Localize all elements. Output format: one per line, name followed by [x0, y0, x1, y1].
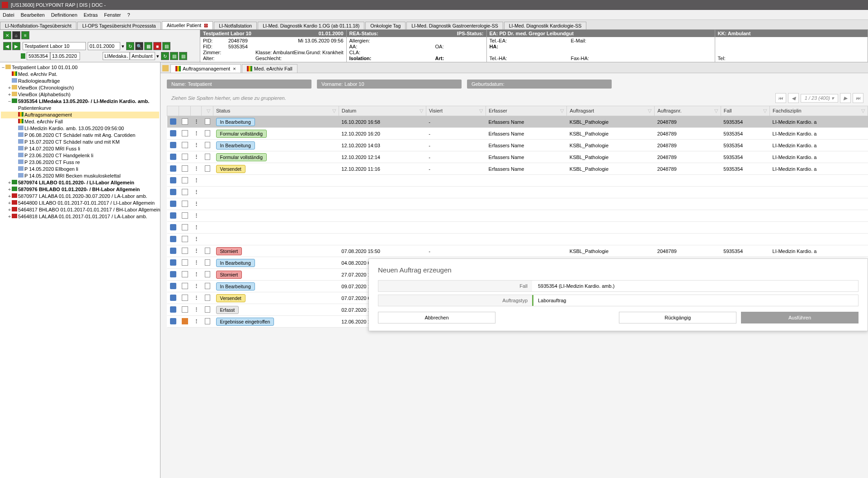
toolbar-icon[interactable]: ⌂: [12, 31, 20, 39]
toolbar-icon[interactable]: ▦: [144, 42, 152, 50]
table-row[interactable]: ⋮In Bearbeitung16.10.2020 16:58-Erfasser…: [167, 116, 868, 128]
main-tab[interactable]: LI-Notfallstation: [214, 22, 257, 29]
row-flag-icon[interactable]: [182, 283, 188, 289]
nav-prev-icon[interactable]: ◀: [3, 42, 11, 50]
close-icon[interactable]: ⊠: [204, 23, 208, 28]
tree-root[interactable]: Testpatient Labor 10 01.01.00: [12, 65, 78, 70]
row-menu-icon[interactable]: ⋮: [194, 260, 198, 265]
row-action-icon[interactable]: [170, 271, 176, 277]
document-icon[interactable]: [205, 118, 210, 125]
toolbar-icon[interactable]: ▤: [170, 52, 178, 60]
tree-node[interactable]: −5935354 LIMedaka 13.05.2020- / LI-Mediz…: [1, 98, 159, 105]
row-menu-icon[interactable]: ⋮: [194, 154, 198, 159]
row-flag-icon[interactable]: [182, 154, 188, 160]
pager-text[interactable]: 1 / 23 (400) ▾: [801, 94, 838, 103]
menu-datei[interactable]: Datei: [3, 12, 14, 18]
row-flag-icon[interactable]: [182, 130, 188, 136]
table-row[interactable]: ⋮Versendet12.10.2020 11:16-Erfassers Nam…: [167, 163, 868, 175]
tree-node[interactable]: +ViewBox (Alphabetisch): [1, 91, 159, 98]
row-menu-icon[interactable]: ⋮: [194, 248, 198, 253]
toolbar-icon[interactable]: ≡: [21, 31, 29, 39]
patient-name-input[interactable]: [23, 42, 86, 50]
tree-node[interactable]: +5464800 LILABO 01.01.2017-01.01.2017 / …: [1, 200, 159, 206]
toolbar-icon[interactable]: ■: [153, 42, 161, 50]
column-header[interactable]: Auftragsart▽: [567, 106, 655, 116]
row-menu-icon[interactable]: ⋮: [194, 295, 198, 300]
tree-node[interactable]: P 23.06.2020 CT Fuss re: [1, 159, 159, 166]
row-menu-icon[interactable]: ⋮: [194, 319, 198, 324]
main-tab[interactable]: LI-Med. Diagnostik Kardio 1.OG (ab 01.11…: [258, 22, 364, 29]
row-flag-icon[interactable]: [182, 259, 188, 266]
tree-node[interactable]: P 06.08.2020 CT Schädel nativ mit Ang. C…: [1, 132, 159, 139]
tree-node[interactable]: P 14.05.2020 Ellbogen li: [1, 166, 159, 173]
table-row[interactable]: ⋮Formular vollständig12.10.2020 12:14-Er…: [167, 151, 868, 163]
dialog-typ-value[interactable]: Laborauftrag: [532, 295, 858, 306]
row-flag-icon[interactable]: [182, 248, 188, 254]
submit-button[interactable]: Ausführen: [741, 312, 859, 323]
table-row[interactable]: ⋮Storniert07.08.2020 15:50-KSBL_Patholog…: [167, 245, 868, 257]
cancel-button[interactable]: Abbrechen: [378, 312, 495, 323]
main-tab[interactable]: Aktueller Patient⊠: [162, 21, 213, 29]
nav-next-icon[interactable]: ▶: [12, 42, 20, 50]
tree-node[interactable]: P 15.07.2020 CT Schädel nativ und mit KM: [1, 139, 159, 145]
tab-earchiv[interactable]: Med. eArchiv Fall: [242, 64, 297, 73]
main-tab[interactable]: LI-Med. Diagnostik Kardiologie-SS: [504, 22, 587, 29]
row-action-icon[interactable]: [170, 295, 176, 301]
row-menu-icon[interactable]: ⋮: [194, 272, 198, 277]
row-flag-icon[interactable]: [182, 142, 188, 148]
row-action-icon[interactable]: [170, 306, 176, 313]
location-input[interactable]: [103, 52, 130, 60]
case-date-input[interactable]: [50, 52, 80, 60]
row-menu-icon[interactable]: ⋮: [194, 119, 198, 124]
patient-dob-input[interactable]: [88, 42, 120, 50]
table-row[interactable]: ⋮: [167, 198, 868, 210]
tree-node[interactable]: +5870974 LILABO 01.01.2020- / LI-Labor A…: [1, 179, 159, 186]
tree-node[interactable]: +ViewBox (Chronologisch): [1, 84, 159, 91]
main-tab[interactable]: LI-Notfallstation-Tagesübersicht: [0, 22, 76, 29]
document-icon[interactable]: [205, 154, 210, 160]
toolbar-icon[interactable]: ✕: [3, 31, 11, 39]
table-row[interactable]: ⋮In Bearbeitung12.10.2020 14:03-Erfasser…: [167, 140, 868, 151]
column-header[interactable]: Status▽: [213, 106, 339, 116]
tree-node[interactable]: +5464817 BHLABO 01.01.2017-01.01.2017 / …: [1, 206, 159, 213]
row-flag-icon[interactable]: [182, 306, 188, 313]
row-menu-icon[interactable]: ⋮: [194, 283, 198, 289]
table-row[interactable]: ⋮: [167, 222, 868, 234]
tree-node[interactable]: +5870977 LALABA 01.01.2020-30.07.2020 / …: [1, 193, 159, 200]
row-flag-icon[interactable]: [182, 271, 188, 277]
menu-help[interactable]: ?: [127, 12, 130, 18]
row-action-icon[interactable]: [170, 130, 176, 136]
document-icon[interactable]: [205, 318, 210, 324]
tree-node[interactable]: Patientenkurve: [1, 105, 159, 112]
document-icon[interactable]: [205, 271, 210, 277]
main-tab[interactable]: LI-Med. Diagnostik Gastroenterologie-SS: [406, 22, 503, 29]
row-action-icon[interactable]: [170, 318, 176, 324]
tree-node[interactable]: Auftragsmanagement: [1, 112, 159, 118]
row-menu-icon[interactable]: ⋮: [194, 307, 198, 312]
document-icon[interactable]: [205, 259, 210, 266]
column-header[interactable]: Fall▽: [721, 106, 769, 116]
folder-icon[interactable]: [162, 65, 169, 71]
class-input[interactable]: [130, 52, 155, 60]
table-row[interactable]: ⋮Formular vollständig12.10.2020 16:20-Er…: [167, 128, 868, 140]
column-header[interactable]: Erfasser▽: [486, 106, 566, 116]
pager-last-icon[interactable]: ⏭: [853, 93, 863, 103]
pager-prev-icon[interactable]: ◀: [788, 93, 799, 103]
table-row[interactable]: ⋮: [167, 187, 868, 198]
row-menu-icon[interactable]: ⋮: [194, 142, 198, 148]
row-action-icon[interactable]: [170, 248, 176, 254]
row-action-icon[interactable]: [170, 154, 176, 160]
row-flag-icon[interactable]: [182, 318, 188, 324]
tree-node[interactable]: P 14.05.2020 MRI Becken muskuloskelettal: [1, 173, 159, 179]
column-header[interactable]: Visiert▽: [426, 106, 486, 116]
tree-node[interactable]: Radiologieaufträge: [1, 78, 159, 84]
toolbar-icon[interactable]: ▤: [162, 42, 170, 50]
column-header[interactable]: Fachdisziplin▽: [770, 106, 868, 116]
tree-node[interactable]: Med. eArchiv Fall: [1, 118, 159, 125]
document-icon[interactable]: [205, 306, 210, 313]
row-menu-icon[interactable]: ⋮: [194, 166, 198, 171]
close-icon[interactable]: ×: [233, 66, 236, 71]
main-tab[interactable]: Onkologie Tag: [365, 22, 406, 29]
row-action-icon[interactable]: [170, 259, 176, 266]
case-id-input[interactable]: [27, 52, 50, 60]
